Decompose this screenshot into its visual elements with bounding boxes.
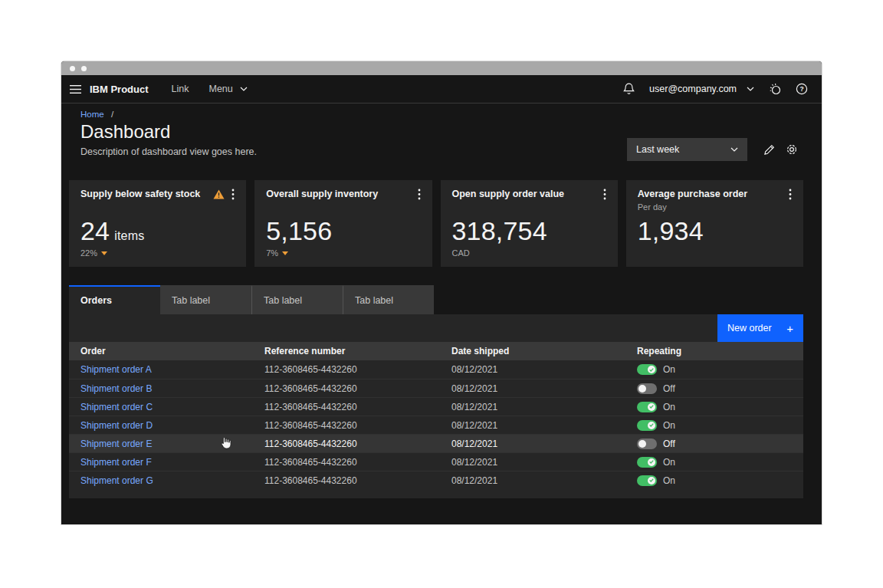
repeating-toggle[interactable] bbox=[637, 364, 657, 375]
app-header: IBM Product Link Menu user@company.com bbox=[61, 75, 822, 103]
metric-value-number: 318,754 bbox=[452, 216, 547, 245]
order-link[interactable]: Shipment order E bbox=[80, 439, 152, 449]
page-controls: Last week bbox=[627, 138, 803, 161]
repeating-toggle[interactable] bbox=[637, 420, 657, 431]
metric-card-value: 1,934 bbox=[638, 215, 704, 246]
table-row[interactable]: Shipment order C112-3608465-443226008/12… bbox=[69, 397, 803, 416]
table-row[interactable]: Shipment order E112-3608465-443226008/12… bbox=[69, 434, 803, 452]
order-link[interactable]: Shipment order C bbox=[80, 402, 153, 412]
toggle-knob bbox=[638, 440, 646, 448]
menu-toggle-button[interactable] bbox=[61, 75, 90, 103]
metric-card-title: Open supply order value bbox=[452, 189, 565, 199]
metric-card-title: Average purchase order bbox=[638, 189, 747, 199]
gear-icon bbox=[786, 143, 798, 156]
caret-down-icon bbox=[101, 251, 107, 255]
overflow-menu-button[interactable] bbox=[603, 189, 606, 200]
table-row[interactable]: Shipment order B112-3608465-443226008/12… bbox=[69, 379, 803, 397]
tab-label-1[interactable]: Tab label bbox=[160, 285, 251, 314]
date-shipped-cell: 08/12/2021 bbox=[451, 364, 637, 375]
breadcrumb-home[interactable]: Home bbox=[80, 110, 104, 119]
overflow-menu-button[interactable] bbox=[418, 189, 421, 200]
reference-number-cell: 112-3608465-4432260 bbox=[264, 439, 451, 449]
window-titlebar[interactable] bbox=[61, 61, 822, 75]
tab-label: Tab label bbox=[264, 295, 302, 306]
warning-icon bbox=[213, 189, 225, 199]
help-button[interactable]: ? bbox=[791, 78, 812, 100]
order-link[interactable]: Shipment order B bbox=[80, 383, 152, 394]
table-row[interactable]: Shipment order F112-3608465-443226008/12… bbox=[69, 452, 803, 471]
toggle-knob bbox=[648, 403, 655, 411]
metric-value-number: 24 bbox=[80, 216, 110, 245]
chevron-down-icon bbox=[730, 147, 738, 152]
column-header-date[interactable]: Date shipped bbox=[451, 346, 637, 356]
order-cell: Shipment order G bbox=[69, 475, 264, 486]
repeating-toggle[interactable] bbox=[637, 402, 657, 412]
window-control-dot[interactable] bbox=[70, 66, 75, 71]
metric-value-number: 1,934 bbox=[638, 216, 704, 245]
tab-label-3[interactable]: Tab label bbox=[343, 285, 434, 314]
period-dropdown[interactable]: Last week bbox=[627, 138, 747, 161]
tab-label: Tab label bbox=[172, 295, 210, 306]
column-header-reference[interactable]: Reference number bbox=[264, 346, 451, 356]
edit-dashboard-button[interactable] bbox=[757, 138, 780, 161]
app-window: IBM Product Link Menu user@company.com bbox=[61, 61, 822, 524]
nav-menu[interactable]: Menu bbox=[209, 84, 248, 94]
reference-number-cell: 112-3608465-4432260 bbox=[264, 457, 451, 468]
toggle-knob bbox=[648, 366, 655, 373]
metric-value-number: 5,156 bbox=[266, 216, 332, 245]
window-control-dot[interactable] bbox=[81, 66, 87, 71]
order-link[interactable]: Shipment order F bbox=[80, 457, 152, 468]
reference-number-cell: 112-3608465-4432260 bbox=[264, 420, 451, 431]
column-header-repeating[interactable]: Repeating bbox=[637, 346, 803, 356]
metric-card-header: Supply below safety stock bbox=[80, 189, 235, 200]
caret-down-icon bbox=[282, 251, 288, 255]
metric-card-value: 24items bbox=[80, 215, 144, 251]
toggle-state-label: On bbox=[663, 420, 675, 431]
new-order-button[interactable]: New order + bbox=[717, 314, 803, 342]
table-row[interactable]: Shipment order G112-3608465-443226008/12… bbox=[69, 471, 803, 489]
toggle-state-label: On bbox=[663, 364, 675, 375]
user-email: user@company.com bbox=[649, 84, 737, 94]
order-cell: Shipment order F bbox=[69, 457, 264, 468]
theme-awake-button[interactable] bbox=[764, 78, 786, 100]
repeating-toggle[interactable] bbox=[637, 439, 657, 449]
metric-card: Open supply order value318,754CAD bbox=[441, 180, 618, 267]
metric-card-header: Overall supply inventory bbox=[266, 189, 420, 200]
column-header-order[interactable]: Order bbox=[69, 346, 264, 356]
repeating-toggle[interactable] bbox=[637, 475, 657, 486]
order-cell: Shipment order B bbox=[69, 383, 264, 394]
user-menu[interactable]: user@company.com bbox=[649, 84, 754, 94]
repeating-cell: On bbox=[637, 364, 803, 375]
overflow-menu-button[interactable] bbox=[789, 189, 792, 200]
tabs: OrdersTab labelTab labelTab label bbox=[69, 285, 803, 314]
metric-card: Average purchase orderPer day1,934 bbox=[626, 180, 803, 267]
order-link[interactable]: Shipment order D bbox=[80, 420, 153, 431]
table-row[interactable]: Shipment order A112-3608465-443226008/12… bbox=[69, 360, 803, 379]
reference-number-cell: 112-3608465-4432260 bbox=[264, 402, 451, 412]
date-shipped-cell: 08/12/2021 bbox=[451, 402, 637, 412]
overflow-menu-button[interactable] bbox=[231, 189, 235, 200]
notifications-button[interactable] bbox=[618, 78, 639, 100]
repeating-toggle[interactable] bbox=[637, 457, 657, 468]
bell-icon bbox=[623, 83, 635, 95]
order-cell: Shipment order A bbox=[69, 364, 264, 375]
repeating-cell: On bbox=[637, 420, 803, 431]
order-link[interactable]: Shipment order A bbox=[80, 364, 152, 375]
table-toolbar: New order + bbox=[69, 314, 803, 342]
metric-card-icons bbox=[418, 189, 421, 200]
date-shipped-cell: 08/12/2021 bbox=[451, 475, 637, 486]
order-link[interactable]: Shipment order G bbox=[80, 475, 153, 486]
chevron-down-icon bbox=[747, 87, 754, 91]
settings-button[interactable] bbox=[780, 138, 803, 161]
date-shipped-cell: 08/12/2021 bbox=[451, 439, 637, 449]
metric-card-title: Overall supply inventory bbox=[266, 189, 378, 199]
repeating-toggle[interactable] bbox=[637, 383, 657, 394]
tab-orders[interactable]: Orders bbox=[69, 285, 160, 314]
table-row[interactable]: Shipment order D112-3608465-443226008/12… bbox=[69, 416, 803, 434]
toggle-state-label: Off bbox=[663, 383, 675, 394]
nav-link[interactable]: Link bbox=[172, 84, 189, 94]
tab-label: Tab label bbox=[355, 295, 393, 306]
tab-label-2[interactable]: Tab label bbox=[251, 285, 343, 314]
repeating-cell: Off bbox=[637, 383, 803, 394]
product-name[interactable]: IBM Product bbox=[90, 84, 149, 95]
